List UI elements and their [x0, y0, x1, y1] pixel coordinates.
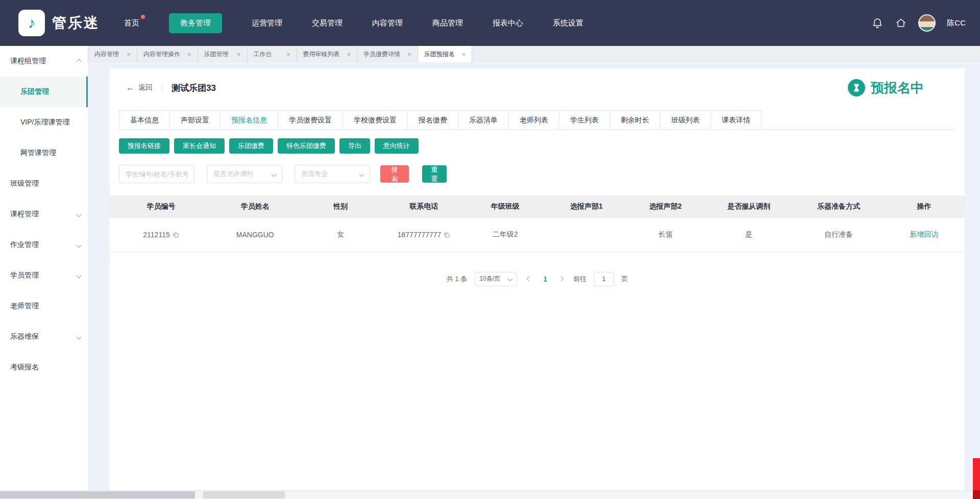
- sidebar-item-class-mgmt[interactable]: 班级管理: [0, 168, 88, 199]
- sidebar-item-label: 老师管理: [10, 302, 39, 311]
- bell-icon[interactable]: [871, 17, 884, 29]
- tab-class-list[interactable]: 班级列表: [660, 110, 711, 130]
- action-buttons: 预报名链接 家长会通知 乐团缴费 特色乐团缴费 导出 意向统计: [119, 138, 955, 154]
- sidebar-item-exam-signup[interactable]: 考级报名: [0, 352, 88, 383]
- column-header: 选报声部1: [546, 195, 627, 218]
- close-icon[interactable]: ×: [407, 51, 411, 58]
- orchestra-fee-button[interactable]: 乐团缴费: [229, 138, 273, 154]
- open-tab[interactable]: 内容管理×: [88, 46, 137, 62]
- home-icon[interactable]: [895, 17, 907, 29]
- goto-label: 前往: [573, 275, 586, 284]
- close-icon[interactable]: ×: [347, 51, 351, 58]
- nav-item-goods-mgmt[interactable]: 商品管理: [432, 18, 463, 28]
- nav-item-operation-mgmt[interactable]: 运营管理: [252, 18, 282, 28]
- nav-item-report-center[interactable]: 报表中心: [493, 18, 523, 28]
- scrollbar-thumb[interactable]: [0, 491, 195, 498]
- tab-student-fee-settings[interactable]: 学员缴费设置: [278, 110, 343, 130]
- avatar[interactable]: [918, 14, 936, 32]
- sidebar-item-homework-mgmt[interactable]: 作业管理: [0, 230, 88, 260]
- back-arrow-icon: ←: [126, 83, 135, 93]
- next-page-button[interactable]: [556, 275, 566, 283]
- page-size-select[interactable]: 10条/页: [474, 272, 517, 286]
- nav-item-trade-mgmt[interactable]: 交易管理: [312, 18, 342, 28]
- intent-stats-button[interactable]: 意向统计: [375, 138, 419, 154]
- divider: [162, 84, 162, 92]
- prev-page-button[interactable]: [524, 275, 534, 283]
- select-placeholder: 是否允许调剂: [213, 169, 253, 179]
- app: ♪ 管乐迷 首页 教务管理 运营管理 交易管理 内容管理 商品管理 报表中心 系…: [0, 0, 980, 499]
- chevron-left-icon: [527, 277, 532, 282]
- tab-schedule-detail[interactable]: 课表详情: [711, 110, 762, 130]
- top-nav: ♪ 管乐迷 首页 教务管理 运营管理 交易管理 内容管理 商品管理 报表中心 系…: [0, 0, 980, 46]
- page-title: 测试乐团33: [172, 82, 216, 94]
- sidebar-item-online-course-mgmt[interactable]: 网管课管理: [0, 138, 88, 168]
- tab-instrument-list[interactable]: 乐器清单: [458, 110, 509, 130]
- prereg-table: 学员编号 学员姓名 性别 联系电话 年级班级 选报声部1 选报声部2 是否服从调…: [110, 195, 965, 253]
- open-tab[interactable]: 工作台×: [248, 46, 297, 62]
- tab-teacher-list[interactable]: 老师列表: [509, 110, 559, 130]
- tab-remaining-time[interactable]: 剩余时长: [610, 110, 660, 130]
- close-icon[interactable]: ×: [237, 51, 241, 58]
- copy-icon[interactable]: [173, 232, 179, 238]
- close-icon[interactable]: ×: [462, 51, 466, 58]
- nav-item-content-mgmt[interactable]: 内容管理: [372, 18, 403, 28]
- chevron-down-icon: [77, 212, 82, 217]
- reset-button[interactable]: 重置: [422, 165, 447, 183]
- open-tab[interactable]: 学员缴费详情×: [357, 46, 418, 62]
- major-select[interactable]: 所选专业: [295, 165, 370, 183]
- open-tab[interactable]: 费用审核列表×: [297, 46, 358, 62]
- brand-name: 管乐迷: [52, 13, 100, 33]
- adjust-allowed-select[interactable]: 是否允许调剂: [207, 165, 282, 183]
- sidebar-item-student-mgmt[interactable]: 学员管理: [0, 260, 88, 291]
- parent-notice-button[interactable]: 家长会通知: [174, 138, 225, 154]
- tab-school-fee-settings[interactable]: 学校缴费设置: [343, 110, 408, 130]
- add-followup-link[interactable]: 新增回访: [910, 230, 938, 238]
- nav-item-home[interactable]: 首页: [124, 18, 139, 28]
- sidebar-item-course-mgmt[interactable]: 课程管理: [0, 199, 88, 230]
- horizontal-scrollbar[interactable]: [0, 490, 980, 499]
- nav-item-system-settings[interactable]: 系统设置: [553, 18, 583, 28]
- tab-basic-info[interactable]: 基本信息: [119, 110, 170, 130]
- cell-part1: [546, 218, 627, 252]
- nav-item-label: 报表中心: [493, 18, 523, 27]
- tab-student-list[interactable]: 学生列表: [559, 110, 610, 130]
- tab-signup-fee[interactable]: 报名缴费: [408, 110, 458, 130]
- tab-prereg-info[interactable]: 预报名信息: [220, 110, 278, 130]
- tab-voice-part-settings[interactable]: 声部设置: [170, 110, 220, 130]
- nav-item-label: 运营管理: [252, 18, 282, 27]
- chevron-down-icon: [508, 277, 513, 282]
- keyword-input[interactable]: [119, 165, 194, 183]
- sidebar: 课程组管理 乐团管理 VIP/乐理课管理 网管课管理 班级管理 课程管理 作业管…: [0, 46, 88, 490]
- chevron-down-icon: [359, 171, 364, 177]
- sidebar-item-orchestra-mgmt[interactable]: 乐团管理: [0, 77, 88, 107]
- sidebar-item-course-group-mgmt[interactable]: 课程组管理: [0, 46, 88, 77]
- sidebar-item-teacher-mgmt[interactable]: 老师管理: [0, 291, 88, 321]
- goto-page-input[interactable]: [594, 272, 614, 286]
- open-tab-active[interactable]: 乐团预报名×: [418, 46, 473, 62]
- search-button[interactable]: 搜索: [380, 165, 409, 183]
- vertical-scrollbar-thumb[interactable]: [973, 458, 980, 490]
- column-header: 学员姓名: [212, 195, 298, 218]
- open-tab[interactable]: 乐团管理×: [198, 46, 248, 62]
- sidebar-item-label: 乐器维保: [10, 332, 39, 341]
- prereg-link-button[interactable]: 预报名链接: [119, 138, 169, 154]
- export-button[interactable]: 导出: [339, 138, 370, 154]
- special-orchestra-fee-button[interactable]: 特色乐团缴费: [278, 138, 335, 154]
- scrollbar-thumb[interactable]: [203, 491, 285, 498]
- back-button[interactable]: ← 返回: [126, 83, 153, 93]
- brand[interactable]: ♪ 管乐迷: [18, 10, 100, 36]
- nav-item-label: 系统设置: [553, 18, 583, 27]
- close-icon[interactable]: ×: [127, 51, 131, 58]
- main-menu: 首页 教务管理 运营管理 交易管理 内容管理 商品管理 报表中心 系统设置: [124, 13, 583, 33]
- nav-item-edu-mgmt[interactable]: 教务管理: [169, 13, 222, 33]
- close-icon[interactable]: ×: [187, 51, 191, 58]
- sidebar-item-vip-theory-mgmt[interactable]: VIP/乐理课管理: [0, 107, 88, 138]
- page-size-value: 10条/页: [479, 275, 500, 283]
- close-icon[interactable]: ×: [286, 51, 290, 58]
- page-number[interactable]: 1: [541, 275, 549, 283]
- chevron-down-icon: [77, 273, 82, 278]
- user-name[interactable]: 陈CC: [947, 18, 966, 28]
- sidebar-item-instrument-maintenance[interactable]: 乐器维保: [0, 321, 88, 352]
- open-tab[interactable]: 内容管理操作×: [137, 46, 198, 62]
- copy-icon[interactable]: [444, 232, 450, 238]
